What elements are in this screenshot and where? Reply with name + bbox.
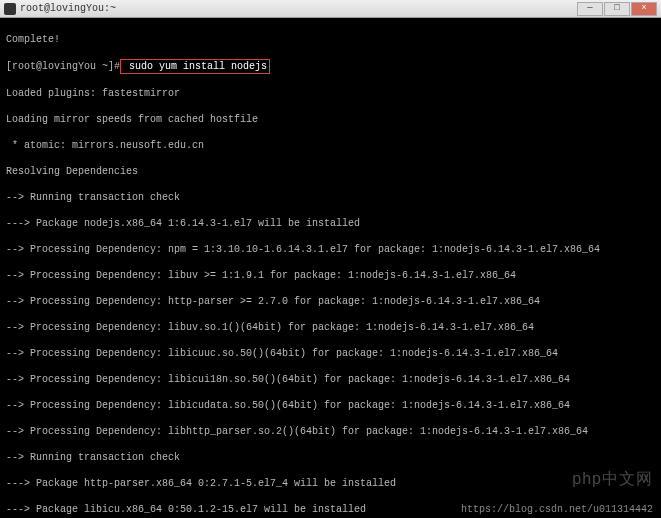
output-line: * atomic: mirrors.neusoft.edu.cn [6, 139, 655, 152]
output-line: --> Processing Dependency: libhttp_parse… [6, 425, 655, 438]
window-title: root@lovingYou:~ [20, 2, 116, 15]
output-line: --> Processing Dependency: libicui18n.so… [6, 373, 655, 386]
terminal[interactable]: Complete! [root@lovingYou ~]# sudo yum i… [0, 18, 661, 518]
output-line: --> Processing Dependency: npm = 1:3.10.… [6, 243, 655, 256]
output-line: --> Processing Dependency: libuv.so.1()(… [6, 321, 655, 334]
output-line: --> Processing Dependency: libuv >= 1:1.… [6, 269, 655, 282]
output-line: --> Processing Dependency: http-parser >… [6, 295, 655, 308]
output-line: Loading mirror speeds from cached hostfi… [6, 113, 655, 126]
output-line: Resolving Dependencies [6, 165, 655, 178]
close-button[interactable]: × [631, 2, 657, 16]
window-titlebar: root@lovingYou:~ — □ × [0, 0, 661, 18]
command-highlight: sudo yum install nodejs [120, 59, 270, 74]
prompt-line: [root@lovingYou ~]# sudo yum install nod… [6, 59, 655, 74]
footer-url: https://blog.csdn.net/u011314442 [461, 503, 653, 516]
minimize-button[interactable]: — [577, 2, 603, 16]
watermark: php中文网 [572, 469, 653, 490]
output-line: ---> Package http-parser.x86_64 0:2.7.1-… [6, 477, 655, 490]
output-line: --> Processing Dependency: libicudata.so… [6, 399, 655, 412]
app-icon [4, 3, 16, 15]
output-line: --> Running transaction check [6, 451, 655, 464]
maximize-button[interactable]: □ [604, 2, 630, 16]
output-line: Complete! [6, 33, 655, 46]
output-line: --> Running transaction check [6, 191, 655, 204]
window-controls: — □ × [577, 2, 657, 16]
output-line: ---> Package nodejs.x86_64 1:6.14.3-1.el… [6, 217, 655, 230]
prompt: [root@lovingYou ~]# [6, 61, 120, 72]
output-line: Loaded plugins: fastestmirror [6, 87, 655, 100]
output-line: --> Processing Dependency: libicuuc.so.5… [6, 347, 655, 360]
